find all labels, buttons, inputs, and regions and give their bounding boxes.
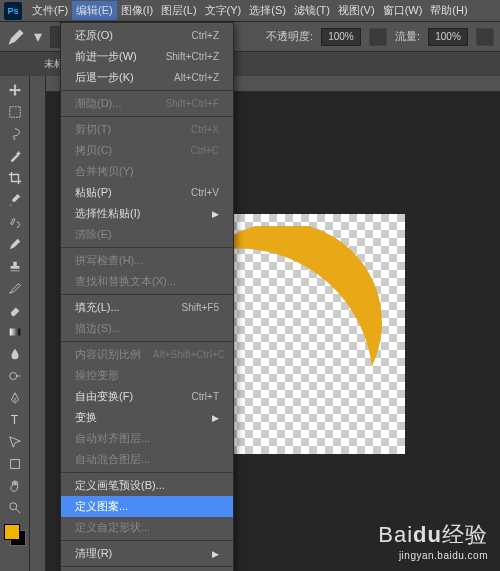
menu-item[interactable]: 粘贴(P)Ctrl+V <box>61 182 233 203</box>
svg-rect-0 <box>9 107 20 118</box>
menu-item: 操控变形 <box>61 365 233 386</box>
opacity-label: 不透明度: <box>266 29 313 44</box>
menu-item[interactable]: 定义画笔预设(B)... <box>61 475 233 496</box>
crop-tool-icon[interactable] <box>3 168 27 188</box>
path-tool-icon[interactable] <box>3 432 27 452</box>
ps-logo: Ps <box>4 2 22 20</box>
ruler-vertical <box>30 76 46 571</box>
menu-item[interactable]: 选择性粘贴(I)▶ <box>61 203 233 224</box>
menubar-item[interactable]: 编辑(E) <box>72 1 117 20</box>
eraser-tool-icon[interactable] <box>3 300 27 320</box>
pressure-opacity-icon[interactable] <box>369 28 387 46</box>
brush-tool-icon[interactable] <box>3 234 27 254</box>
flow-label: 流量: <box>395 29 420 44</box>
menu-separator <box>61 294 233 295</box>
dodge-tool-icon[interactable] <box>3 366 27 386</box>
menubar-item[interactable]: 选择(S) <box>245 1 290 20</box>
menu-item[interactable]: 填充(L)...Shift+F5 <box>61 297 233 318</box>
svg-rect-1 <box>9 329 20 336</box>
menu-item: 剪切(T)Ctrl+X <box>61 119 233 140</box>
menu-item[interactable]: 变换▶ <box>61 407 233 428</box>
menu-item: 渐隐(D)...Shift+Ctrl+F <box>61 93 233 114</box>
eyedropper-tool-icon[interactable] <box>3 190 27 210</box>
menubar: Ps 文件(F)编辑(E)图像(I)图层(L)文字(Y)选择(S)滤镜(T)视图… <box>0 0 500 22</box>
menu-item: 合并拷贝(Y) <box>61 161 233 182</box>
brush-tool-icon[interactable] <box>6 27 26 47</box>
menu-separator <box>61 90 233 91</box>
menu-item: 拼写检查(H)... <box>61 250 233 271</box>
menu-item[interactable]: 还原(O)Ctrl+Z <box>61 25 233 46</box>
svg-point-2 <box>9 373 16 380</box>
submenu-arrow-icon: ▶ <box>212 209 219 219</box>
opacity-input[interactable] <box>321 28 361 46</box>
menu-separator <box>61 566 233 567</box>
shape-tool-icon[interactable] <box>3 454 27 474</box>
wand-tool-icon[interactable] <box>3 146 27 166</box>
menubar-item[interactable]: 文件(F) <box>28 1 72 20</box>
color-swatch[interactable] <box>4 524 26 546</box>
gradient-tool-icon[interactable] <box>3 322 27 342</box>
menu-item[interactable]: 后退一步(K)Alt+Ctrl+Z <box>61 67 233 88</box>
heal-tool-icon[interactable] <box>3 212 27 232</box>
edit-menu-dropdown: 还原(O)Ctrl+Z前进一步(W)Shift+Ctrl+Z后退一步(K)Alt… <box>60 22 234 571</box>
menubar-item[interactable]: 文字(Y) <box>201 1 246 20</box>
menu-item: 查找和替换文本(X)... <box>61 271 233 292</box>
menu-item[interactable]: 清理(R)▶ <box>61 543 233 564</box>
menu-item: 清除(E) <box>61 224 233 245</box>
menu-item: 拷贝(C)Ctrl+C <box>61 140 233 161</box>
menubar-item[interactable]: 视图(V) <box>334 1 379 20</box>
menu-item: 定义自定形状... <box>61 517 233 538</box>
submenu-arrow-icon: ▶ <box>212 549 219 559</box>
menubar-item[interactable]: 图像(I) <box>117 1 157 20</box>
menu-item: 内容识别比例Alt+Shift+Ctrl+C <box>61 344 233 365</box>
submenu-arrow-icon: ▶ <box>212 413 219 423</box>
svg-rect-4 <box>10 460 19 469</box>
svg-text:T: T <box>10 413 18 427</box>
menu-separator <box>61 247 233 248</box>
stamp-tool-icon[interactable] <box>3 256 27 276</box>
airbrush-icon[interactable] <box>476 28 494 46</box>
history-brush-icon[interactable] <box>3 278 27 298</box>
menu-separator <box>61 116 233 117</box>
flow-input[interactable] <box>428 28 468 46</box>
marquee-tool-icon[interactable] <box>3 102 27 122</box>
type-tool-icon[interactable]: T <box>3 410 27 430</box>
move-tool-icon[interactable] <box>3 80 27 100</box>
watermark: Baidu经验 jingyan.baidu.com <box>378 520 488 561</box>
svg-point-5 <box>9 503 16 510</box>
menu-separator <box>61 472 233 473</box>
menu-item[interactable]: 定义图案... <box>61 496 233 517</box>
menu-item: 自动对齐图层... <box>61 428 233 449</box>
menu-item[interactable]: 前进一步(W)Shift+Ctrl+Z <box>61 46 233 67</box>
menubar-item[interactable]: 图层(L) <box>157 1 200 20</box>
menu-item: 描边(S)... <box>61 318 233 339</box>
menubar-item[interactable]: 窗口(W) <box>379 1 427 20</box>
zoom-tool-icon[interactable] <box>3 498 27 518</box>
tools-panel: T <box>0 76 30 571</box>
menu-separator <box>61 540 233 541</box>
blur-tool-icon[interactable] <box>3 344 27 364</box>
hand-tool-icon[interactable] <box>3 476 27 496</box>
menubar-item[interactable]: 帮助(H) <box>426 1 471 20</box>
menu-separator <box>61 341 233 342</box>
menubar-item[interactable]: 滤镜(T) <box>290 1 334 20</box>
menu-item[interactable]: 自由变换(F)Ctrl+T <box>61 386 233 407</box>
menu-item: 自动混合图层... <box>61 449 233 470</box>
lasso-tool-icon[interactable] <box>3 124 27 144</box>
pen-tool-icon[interactable] <box>3 388 27 408</box>
